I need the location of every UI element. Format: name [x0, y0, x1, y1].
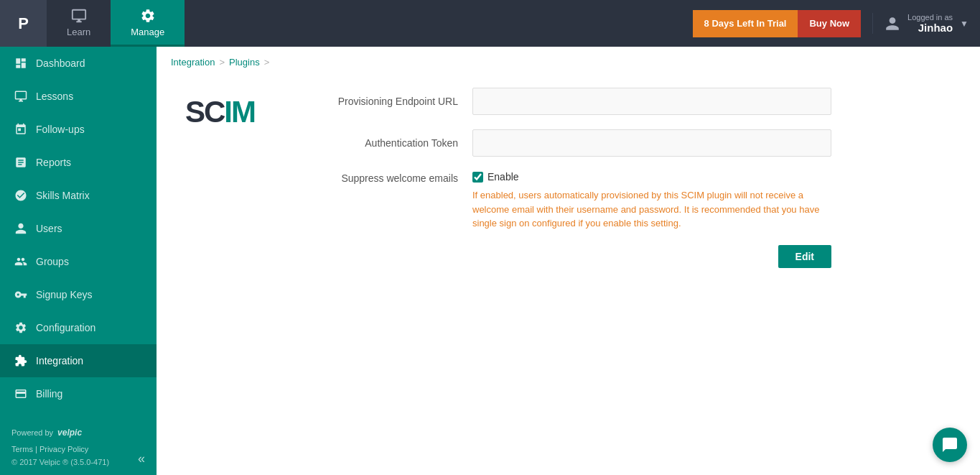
followups-icon [14, 123, 27, 136]
suppress-label: Suppress welcome emails [329, 171, 472, 184]
sidebar: Dashboard Lessons Follow-ups Reports Ski… [0, 47, 157, 475]
sidebar-item-skills-matrix[interactable]: Skills Matrix [0, 179, 157, 212]
user-avatar-icon [885, 16, 900, 32]
trial-section: 8 Days Left In Trial Buy Now [693, 10, 862, 37]
sidebar-item-signup-keys[interactable]: Signup Keys [0, 278, 157, 311]
main-content: Integration > Plugins > SCIM Provisionin… [157, 47, 980, 475]
reports-icon [14, 156, 27, 169]
sidebar-item-configuration[interactable]: Configuration [0, 311, 157, 344]
sidebar-item-billing[interactable]: Billing [0, 377, 157, 410]
main-layout: Dashboard Lessons Follow-ups Reports Ski… [0, 47, 980, 475]
billing-icon [14, 387, 27, 400]
sidebar-item-users[interactable]: Users [0, 212, 157, 245]
sidebar-item-dashboard[interactable]: Dashboard [0, 47, 157, 80]
edit-button[interactable]: Edit [778, 245, 831, 268]
scim-logo: SCIM [185, 88, 286, 129]
sidebar-item-integration[interactable]: Integration [0, 344, 157, 377]
token-row: Authentication Token [329, 129, 831, 157]
plugin-form: Provisioning Endpoint URL Authentication… [329, 88, 831, 268]
enable-checkbox[interactable] [472, 172, 483, 183]
configuration-icon [14, 321, 27, 334]
topnav-items: Learn Manage [47, 0, 185, 47]
powered-by: Powered by velpic [11, 428, 138, 438]
signup-keys-icon [14, 288, 27, 301]
info-text: If enabled, users automatically provisio… [472, 188, 831, 231]
suppress-row: Suppress welcome emails Enable If enable… [329, 171, 831, 231]
plugin-content: SCIM Provisioning Endpoint URL Authentic… [157, 73, 980, 297]
sidebar-item-reports[interactable]: Reports [0, 146, 157, 179]
user-section[interactable]: Logged in as Jinhao ▼ [872, 13, 980, 34]
integration-icon [14, 354, 27, 367]
chevron-down-icon: ▼ [960, 19, 969, 29]
form-actions: Edit [329, 245, 831, 268]
chat-button[interactable] [933, 428, 967, 462]
groups-icon [14, 255, 27, 268]
monitor-icon [71, 8, 87, 24]
dashboard-icon [14, 57, 27, 70]
endpoint-label: Provisioning Endpoint URL [329, 96, 472, 107]
sidebar-footer: Powered by velpic Terms | Privacy Policy… [0, 419, 157, 475]
token-label: Authentication Token [329, 137, 472, 149]
endpoint-input[interactable] [472, 88, 831, 115]
token-input[interactable] [472, 129, 831, 157]
skills-matrix-icon [14, 189, 27, 202]
endpoint-row: Provisioning Endpoint URL [329, 88, 831, 115]
lessons-icon [14, 90, 27, 103]
sidebar-collapse-button[interactable]: « [138, 451, 145, 466]
sidebar-item-lessons[interactable]: Lessons [0, 80, 157, 113]
topnav-item-learn[interactable]: Learn [47, 0, 111, 47]
enable-label: Enable [487, 171, 519, 183]
trial-button[interactable]: 8 Days Left In Trial [693, 10, 798, 37]
app-logo: P [0, 0, 47, 47]
breadcrumb-integration[interactable]: Integration [171, 57, 215, 68]
enable-checkbox-row: Enable [472, 171, 831, 183]
topnav-item-manage[interactable]: Manage [111, 0, 185, 47]
checkbox-content: Enable If enabled, users automatically p… [472, 171, 831, 231]
breadcrumb-plugins[interactable]: Plugins [229, 57, 260, 68]
users-icon [14, 222, 27, 235]
sidebar-item-followups[interactable]: Follow-ups [0, 113, 157, 146]
chat-icon [941, 436, 958, 453]
user-info: Logged in as Jinhao [907, 13, 953, 34]
topnav: P Learn Manage 8 Days Left In Trial Buy … [0, 0, 980, 47]
sidebar-item-groups[interactable]: Groups [0, 245, 157, 278]
breadcrumb: Integration > Plugins > [157, 47, 980, 73]
buy-now-button[interactable]: Buy Now [798, 10, 861, 37]
gear-icon [140, 8, 156, 24]
